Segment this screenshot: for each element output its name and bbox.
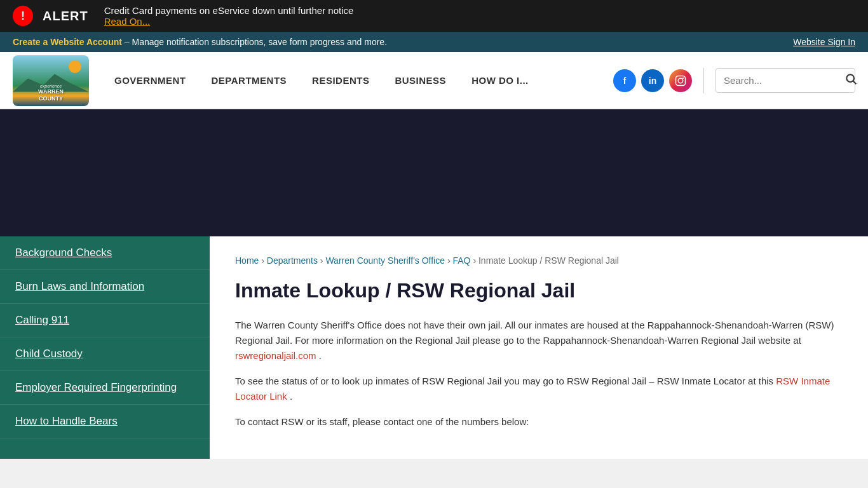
alert-icon: ! — [13, 6, 33, 26]
breadcrumb-sheriffs-office[interactable]: Warren County Sheriff's Office — [325, 255, 445, 266]
sidebar-item-background-checks[interactable]: Background Checks — [0, 236, 210, 270]
breadcrumb-sep-4: › — [473, 255, 478, 266]
alert-label: ALERT — [43, 9, 88, 24]
paragraph-2: To see the status of or to look up inmat… — [235, 374, 843, 404]
sidebar-item-how-to-handle-bears[interactable]: How to Handle Bears — [0, 405, 210, 438]
logo-state: COUNTY — [39, 95, 63, 102]
nav-how-do-i[interactable]: HOW DO I... — [459, 52, 541, 109]
breadcrumb-current: Inmate Lookup / RSW Regional Jail — [478, 255, 619, 266]
nav-departments[interactable]: DEPARTMENTS — [199, 52, 300, 109]
sidebar-item-burn-laws[interactable]: Burn Laws and Information — [0, 270, 210, 304]
search-input[interactable] — [724, 75, 844, 86]
logo-county: WARREN — [38, 88, 64, 95]
breadcrumb-home[interactable]: Home — [235, 255, 259, 266]
alert-message-block: Credit Card payments on eService down un… — [104, 5, 354, 27]
main-layout: Background Checks Burn Laws and Informat… — [0, 236, 868, 459]
social-icons: f in — [613, 69, 692, 92]
sidebar-item-employer-fingerprinting[interactable]: Employer Required Fingerprinting — [0, 371, 210, 405]
alert-bar: ! ALERT Credit Card payments on eService… — [0, 0, 868, 32]
site-logo[interactable]: experience WARREN COUNTY — [13, 55, 89, 106]
facebook-icon[interactable]: f — [613, 69, 636, 92]
header-right: f in — [613, 68, 855, 93]
search-divider — [703, 68, 704, 93]
hero-image — [0, 109, 868, 236]
linkedin-icon[interactable]: in — [641, 69, 664, 92]
paragraph-2-text: To see the status of or to look up inmat… — [235, 376, 776, 386]
breadcrumb-faq[interactable]: FAQ — [452, 255, 470, 266]
page-title: Inmate Lookup / RSW Regional Jail — [235, 278, 843, 302]
search-box[interactable] — [715, 68, 855, 93]
paragraph-1: The Warren County Sheriff's Office does … — [235, 318, 843, 363]
main-nav: GOVERNMENT DEPARTMENTS RESIDENTS BUSINES… — [102, 52, 613, 109]
breadcrumb-departments[interactable]: Departments — [267, 255, 318, 266]
nav-business[interactable]: BUSINESS — [382, 52, 459, 109]
account-bar-left: Create a Website Account – Manage notifi… — [13, 37, 387, 47]
sign-in-button[interactable]: Website Sign In — [793, 37, 855, 47]
paragraph-1-end: . — [319, 350, 322, 361]
main-content: Home › Departments › Warren County Sheri… — [210, 236, 868, 459]
account-bar: Create a Website Account – Manage notifi… — [0, 32, 868, 52]
account-bar-description: – Manage notification subscriptions, sav… — [125, 37, 387, 47]
site-header: experience WARREN COUNTY GOVERNMENT DEPA… — [0, 52, 868, 109]
logo-tagline: experience — [40, 84, 62, 88]
instagram-icon[interactable] — [669, 69, 692, 92]
nav-government[interactable]: GOVERNMENT — [102, 52, 199, 109]
svg-point-1 — [678, 78, 683, 83]
logo-sun — [69, 60, 81, 73]
breadcrumb: Home › Departments › Warren County Sheri… — [235, 255, 843, 266]
svg-rect-0 — [676, 76, 686, 85]
alert-message-text: Credit Card payments on eService down un… — [104, 5, 354, 16]
paragraph-3: To contact RSW or its staff, please cont… — [235, 414, 843, 430]
create-account-link[interactable]: Create a Website Account — [13, 37, 122, 47]
sidebar-item-child-custody[interactable]: Child Custody — [0, 337, 210, 371]
rsw-website-link[interactable]: rswregionaljail.com — [235, 350, 316, 361]
paragraph-2-end: . — [290, 391, 292, 402]
paragraph-1-text: The Warren County Sheriff's Office does … — [235, 320, 834, 346]
sidebar-item-calling-911[interactable]: Calling 911 — [0, 304, 210, 337]
svg-point-2 — [682, 77, 684, 78]
nav-residents[interactable]: RESIDENTS — [299, 52, 382, 109]
search-button[interactable] — [844, 72, 857, 88]
alert-read-on-link[interactable]: Read On... — [104, 16, 354, 27]
svg-line-4 — [853, 81, 857, 85]
breadcrumb-sep-1: › — [261, 255, 267, 266]
sidebar: Background Checks Burn Laws and Informat… — [0, 236, 210, 459]
svg-point-3 — [846, 74, 854, 82]
